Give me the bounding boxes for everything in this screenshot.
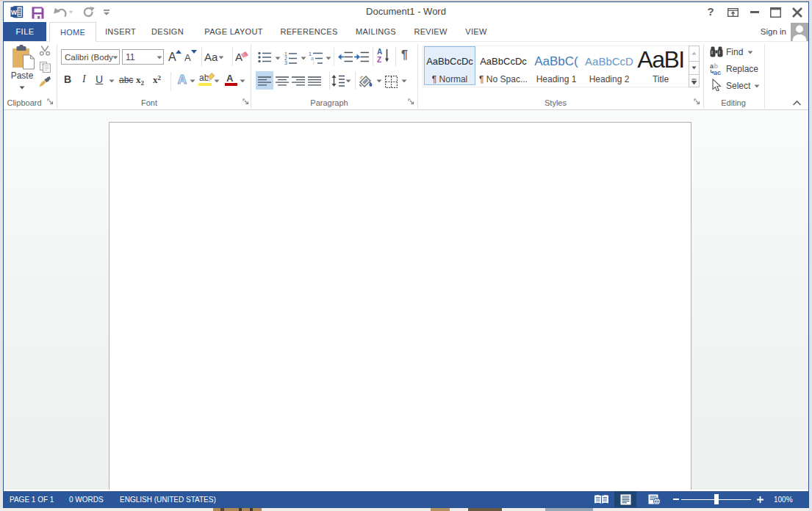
svg-text:Z: Z: [377, 56, 381, 63]
svg-text:A: A: [178, 73, 187, 86]
svg-text:3: 3: [284, 60, 287, 65]
svg-text:i: i: [313, 60, 315, 65]
svg-text:W: W: [11, 9, 18, 16]
svg-text:A: A: [377, 48, 382, 56]
svg-text:ac: ac: [714, 69, 721, 76]
